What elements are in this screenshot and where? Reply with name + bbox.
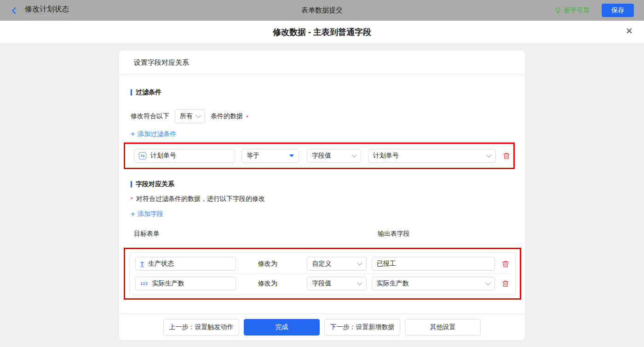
chevron-down-icon — [357, 280, 362, 285]
section-accent-bar — [131, 89, 132, 96]
trash-icon — [501, 279, 510, 288]
value-mode-select[interactable]: 字段值 — [307, 277, 366, 290]
chevron-down-icon — [485, 280, 490, 285]
column-output-field: 输出表字段 — [378, 230, 410, 238]
next-step-button[interactable]: 下一步：设置新增数据 — [324, 319, 400, 336]
done-button[interactable]: 完成 — [244, 319, 320, 336]
mapping-row: 123 实际生产数 修改为 字段值 实际生产数 — [135, 273, 510, 293]
chevron-down-icon — [351, 152, 356, 157]
source-field-select[interactable]: 实际生产数 — [372, 277, 495, 290]
delete-condition-button[interactable] — [502, 152, 511, 160]
modal-title: 修改数据 - 主表到普通字段 — [273, 27, 371, 38]
trash-icon — [501, 260, 510, 268]
add-field-link[interactable]: + 添加字段 — [131, 210, 163, 218]
mapping-description: * 对符合过滤条件的数据，进行以下字段的修改 — [131, 195, 525, 203]
guide-label: 新手引导 — [564, 6, 590, 15]
delete-row-button[interactable] — [501, 260, 510, 268]
filter-value-select[interactable]: 计划单号 — [368, 149, 496, 163]
chevron-down-icon — [486, 152, 491, 157]
mapping-row: T 生产状态 修改为 自定义 已报工 — [135, 254, 510, 273]
match-mode-select[interactable]: 所有 — [175, 109, 205, 123]
mapping-section-title: 字段对应关系 — [131, 180, 525, 188]
operator-select[interactable]: 等于 — [242, 149, 299, 163]
required-mark: * — [246, 114, 248, 121]
page-title: 表单数据提交 — [0, 6, 644, 15]
chevron-left-icon — [10, 6, 18, 15]
card-footer: 上一步：设置触发动作 完成 下一步：设置新增数据 其他设置 — [119, 313, 525, 340]
modal-body: 设置字段对应关系 过滤条件 修改符合以下 所有 条件的数据 * + 添加过滤条件 — [0, 44, 644, 347]
mapping-rows-container: T 生产状态 修改为 自定义 已报工 — [129, 252, 516, 295]
column-target-form: 目标表单 — [134, 230, 160, 238]
chevron-down-icon — [357, 260, 362, 265]
prev-step-button[interactable]: 上一步：设置触发动作 — [163, 319, 239, 336]
filter-section-title: 过滤条件 — [131, 88, 525, 97]
mapping-column-headers: 目标表单 输出表字段 — [131, 230, 523, 245]
sentence-suffix: 条件的数据 — [211, 112, 243, 120]
back-button[interactable] — [10, 6, 18, 15]
number-field-icon: 123 — [140, 281, 148, 286]
chevron-down-icon — [196, 113, 201, 118]
section-accent-bar — [131, 181, 132, 188]
workflow-title[interactable]: 修改计划状态 — [25, 5, 69, 16]
filter-field-input[interactable]: ⇆ 计划单号 — [134, 149, 235, 163]
required-mark: * — [131, 196, 133, 203]
text-field-icon: T — [140, 261, 144, 267]
value-type-select[interactable]: 字段值 — [307, 149, 361, 163]
trash-icon — [502, 152, 511, 160]
close-icon[interactable]: ✕ — [626, 27, 633, 35]
caret-down-icon — [289, 154, 294, 157]
settings-card: 设置字段对应关系 过滤条件 修改符合以下 所有 条件的数据 * + 添加过滤条件 — [119, 51, 525, 340]
target-field-input[interactable]: T 生产状态 — [135, 257, 236, 271]
sentence-prefix: 修改符合以下 — [131, 112, 169, 120]
filter-sentence: 修改符合以下 所有 条件的数据 * — [131, 109, 525, 123]
filter-condition-annotation: ⇆ 计划单号 等于 字段值 计划单号 — [124, 142, 515, 169]
modal-header: 修改数据 - 主表到普通字段 ✕ — [0, 21, 644, 44]
modify-to-label: 修改为 — [258, 260, 278, 268]
beginner-guide-link[interactable]: 新手引导 — [554, 6, 590, 15]
add-filter-condition-link[interactable]: + 添加过滤条件 — [131, 130, 176, 138]
modify-to-label: 修改为 — [258, 279, 278, 288]
serial-number-field-icon: ⇆ — [139, 152, 146, 159]
card-header: 设置字段对应关系 — [119, 51, 525, 74]
topbar: 修改计划状态 表单数据提交 新手引导 保存 — [0, 0, 644, 21]
plus-icon: + — [131, 210, 135, 218]
custom-value-input[interactable]: 已报工 — [372, 257, 495, 271]
other-settings-button[interactable]: 其他设置 — [405, 319, 481, 336]
lightbulb-icon — [554, 7, 562, 14]
value-mode-select[interactable]: 自定义 — [307, 257, 366, 271]
plus-icon: + — [131, 130, 135, 138]
delete-row-button[interactable] — [501, 279, 510, 288]
target-field-input[interactable]: 123 实际生产数 — [135, 277, 236, 290]
mapping-rows-annotation: T 生产状态 修改为 自定义 已报工 — [124, 248, 521, 300]
save-button[interactable]: 保存 — [602, 4, 634, 17]
